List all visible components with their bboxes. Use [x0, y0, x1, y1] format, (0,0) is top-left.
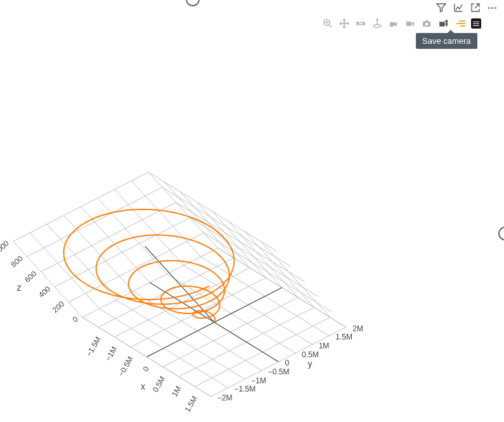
svg-text:1.5M: 1.5M [335, 333, 352, 341]
plot-3d[interactable]: 02004006008001000z−1.5M−1M−0.5M00.5M1M1.… [0, 0, 504, 422]
svg-text:y: y [307, 359, 312, 369]
svg-text:2M: 2M [352, 324, 363, 333]
svg-text:−2M: −2M [217, 393, 233, 402]
svg-text:600: 600 [23, 269, 38, 284]
svg-line-42 [261, 241, 330, 317]
svg-text:1000: 1000 [0, 239, 11, 256]
svg-text:−0.5M: −0.5M [117, 355, 135, 378]
svg-text:200: 200 [51, 300, 66, 315]
svg-line-39 [212, 212, 281, 288]
svg-text:x: x [141, 381, 145, 392]
svg-text:400: 400 [37, 284, 52, 300]
svg-text:0: 0 [285, 359, 289, 367]
svg-line-53 [82, 317, 211, 397]
svg-text:0.5M: 0.5M [302, 350, 319, 359]
svg-line-46 [176, 202, 305, 282]
svg-line-21 [13, 241, 82, 317]
svg-line-41 [245, 232, 314, 308]
svg-line-27 [115, 190, 184, 266]
svg-line-24 [64, 215, 133, 291]
svg-text:800: 800 [9, 254, 24, 269]
svg-text:0: 0 [71, 315, 81, 324]
svg-line-38 [197, 202, 266, 278]
svg-text:z: z [16, 282, 21, 293]
svg-text:−0.5M: −0.5M [268, 367, 290, 376]
svg-line-25 [81, 207, 150, 283]
svg-line-47 [162, 187, 291, 267]
svg-text:−1.5M: −1.5M [84, 335, 103, 358]
svg-line-23 [47, 224, 116, 300]
svg-text:1M: 1M [170, 385, 183, 398]
svg-line-40 [229, 221, 298, 298]
svg-text:−1M: −1M [103, 345, 119, 363]
svg-text:−1.5M: −1.5M [234, 385, 255, 393]
svg-line-52 [211, 327, 346, 397]
svg-line-28 [131, 181, 200, 257]
svg-line-43 [217, 248, 346, 327]
svg-text:1M: 1M [319, 341, 330, 350]
svg-text:−1M: −1M [251, 376, 266, 385]
svg-text:0.5M: 0.5M [151, 375, 167, 394]
svg-line-36 [164, 182, 233, 258]
svg-line-44 [204, 233, 332, 312]
svg-line-45 [190, 218, 319, 297]
svg-text:0: 0 [141, 365, 152, 373]
svg-text:1.5M: 1.5M [183, 395, 199, 414]
